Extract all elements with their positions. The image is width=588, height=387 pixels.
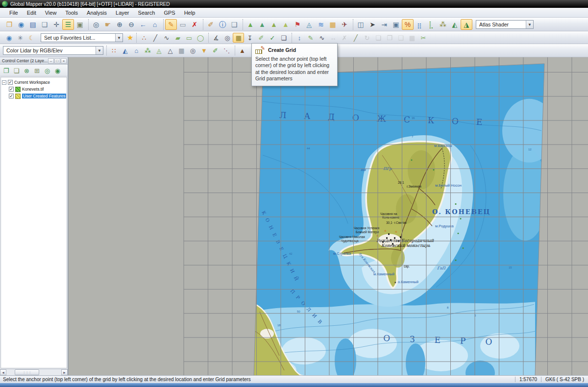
paint-terrain-icon[interactable]: ▲ [237, 46, 248, 55]
delete-selected-icon[interactable]: ✗ [189, 19, 200, 30]
crop-feature-icon[interactable]: ▦ [406, 33, 417, 43]
digitizer-tool-icon[interactable]: ✎ [165, 19, 177, 30]
lidar-create-mesh-icon[interactable]: ◬ [153, 46, 165, 55]
close-overlay-icon[interactable]: ⊗ [22, 66, 32, 75]
paste-feature-icon[interactable]: ❐ [384, 33, 395, 43]
verify-feature-icon[interactable]: ✓ [267, 33, 278, 43]
paint-area-icon[interactable]: ✐ [255, 33, 267, 43]
edit-vertices-icon[interactable]: ✎ [305, 33, 316, 43]
lidar-vegetation-classify-icon[interactable]: ⁂ [142, 46, 153, 55]
map-workspace[interactable]: +++ ЛАДОЖСКОЕОЗЕРОО. КОНЕВЕЦм.Варгасым.Б… [69, 57, 588, 375]
zoom-in-icon[interactable]: ⊕ [114, 19, 125, 30]
lidar-draw-percent-icon[interactable]: % [402, 19, 414, 30]
layer-checkbox[interactable]: ✓ [9, 87, 14, 92]
create-rectangle-icon[interactable]: ▭ [183, 33, 195, 43]
water-level-rise-icon[interactable]: ≋ [315, 19, 327, 30]
menu-item[interactable]: Edit [23, 9, 41, 17]
lidar-filter-funnel-icon[interactable]: ▼ [198, 46, 210, 55]
scrollbar-track[interactable]: ⋮⋮⋮ [6, 369, 61, 375]
panel-minimize-button[interactable]: – [48, 58, 54, 64]
search-attributes-icon[interactable]: ❑ [228, 19, 240, 30]
3d-view-icon[interactable]: ▣ [390, 19, 402, 30]
vertex-tool-icon[interactable]: ↧ [244, 33, 255, 43]
rotate-feature-icon[interactable]: ↻ [361, 33, 372, 43]
view-shed-icon[interactable]: ⇥ [378, 19, 390, 30]
create-circle-icon[interactable]: ◯ [195, 33, 206, 43]
fly-through-icon[interactable]: ✈ [339, 19, 350, 30]
create-range-rings-icon[interactable]: ◎ [221, 33, 233, 43]
panel-horizontal-scrollbar[interactable]: ◄ ⋮⋮⋮ ► [0, 369, 68, 375]
configuration-icon[interactable]: ✛ [50, 19, 62, 30]
attach-feature-icon[interactable]: ✂ [417, 33, 429, 43]
favorites-star-icon[interactable]: ★ [127, 33, 133, 42]
combo-dropdown-arrow-icon[interactable]: ▼ [526, 21, 533, 28]
snap-line-icon[interactable]: ╱ [350, 33, 361, 43]
full-view-icon[interactable]: ⌂ [149, 19, 161, 30]
tree-item-workspace-root[interactable]: − ✓ Current Workspace [2, 79, 67, 86]
atlas-shader-combo[interactable]: Atlas Shader ▼ [476, 20, 534, 29]
slope-shader-icon[interactable]: ▲ [256, 19, 268, 30]
create-line-icon[interactable]: ╱ [149, 33, 161, 43]
create-area-icon[interactable]: ▰ [172, 33, 183, 43]
edit-feature-icon[interactable]: ❏ [278, 33, 289, 43]
lidar-filter-icon[interactable]: ⣇ [425, 19, 437, 30]
tree-expander-icon[interactable]: − [2, 80, 6, 85]
atlas-shader-toggle-icon[interactable]: ◮ [461, 19, 472, 30]
terrain-shader-icon[interactable]: ◭ [449, 19, 461, 30]
menu-item[interactable]: GPS [159, 9, 179, 17]
options-gear-icon[interactable]: ✳ [15, 33, 26, 43]
path-profile-icon[interactable]: ➤ [367, 19, 378, 30]
zoom-out-icon[interactable]: ⊖ [125, 19, 137, 30]
menu-item[interactable]: Layer [111, 9, 134, 17]
lidar-color-points-icon[interactable]: ∷ [108, 46, 120, 55]
shift-feature-icon[interactable]: ↔ [327, 33, 339, 43]
favorites-combo[interactable]: Set up Favorites List... ▼ [41, 33, 123, 42]
lidar-display-mode-icon[interactable]: ⣶ [414, 19, 425, 30]
lidar-grid-icon[interactable]: ▦ [176, 46, 187, 55]
tree-item-konevets-layer[interactable]: ✓ Konevets.tif [2, 86, 67, 93]
scroll-left-arrow-icon[interactable]: ◄ [0, 369, 6, 375]
combo-dropdown-arrow-icon[interactable]: ▼ [96, 47, 103, 54]
open-file-icon[interactable]: ❐ [3, 19, 15, 30]
workspace-checkbox[interactable]: ✓ [8, 80, 13, 85]
add-layer-icon[interactable]: ⊞ [32, 66, 42, 75]
flag-terrain-icon[interactable]: ⚑ [292, 19, 303, 30]
slope-direction-icon[interactable]: ▲ [268, 19, 280, 30]
copy-feature-icon[interactable]: ❏ [372, 33, 384, 43]
control-center-titlebar[interactable]: Control Center (2 Laye... – □ × [0, 57, 68, 65]
reshape-feature-icon[interactable]: ∿ [316, 33, 327, 43]
lidar-classify-tools-icon[interactable]: ⁂ [437, 19, 449, 30]
lidar-ground-classify-icon[interactable]: ◭ [120, 46, 131, 55]
elevation-shader-icon[interactable]: ▲ [245, 19, 256, 30]
lidar-path-icon[interactable]: ⋱ [221, 46, 232, 55]
create-grid-icon[interactable]: ▦ [233, 33, 244, 43]
layer-visibility-icon[interactable]: ◉ [52, 66, 63, 75]
raster-calculator-icon[interactable]: ▦ [327, 19, 339, 30]
create-curve-icon[interactable]: ∿ [161, 33, 172, 43]
load-web-data-icon[interactable]: ◉ [3, 33, 15, 43]
previous-view-icon[interactable]: ← [137, 19, 149, 30]
zoom-to-layer-icon[interactable]: ◎ [42, 66, 52, 75]
open-data-files-icon[interactable]: ❐ [1, 66, 11, 75]
layer-options-icon[interactable]: ❏ [11, 66, 22, 75]
menu-item[interactable]: Tools [61, 9, 82, 17]
lidar-color-combo[interactable]: Color Lidar by RGB/Elev ▼ [3, 46, 103, 55]
overview-map-icon[interactable]: ▣ [74, 19, 86, 30]
feature-info-icon[interactable]: ⓘ [217, 19, 228, 30]
menu-item[interactable]: File [5, 9, 23, 17]
delete-vertex-icon[interactable]: ✗ [339, 33, 350, 43]
duplicate-feature-icon[interactable]: ❑ [395, 33, 406, 43]
zoom-box-icon[interactable]: ◎ [90, 19, 102, 30]
measure-tool-icon[interactable]: ✐ [205, 19, 217, 30]
tree-item-user-features-layer[interactable]: ✓ User Created Features [2, 93, 67, 99]
split-view-icon[interactable]: ◫ [355, 19, 367, 30]
scrollbar-thumb[interactable]: ⋮⋮⋮ [15, 369, 39, 375]
select-features-icon[interactable]: ▭ [177, 19, 189, 30]
lidar-triangulate-icon[interactable]: △ [165, 46, 176, 55]
lidar-extract-icon[interactable]: ✐ [210, 46, 221, 55]
map-canvas[interactable]: +++ ЛАДОЖСКОЕОЗЕРОО. КОНЕВЕЦм.Варгасым.Б… [69, 57, 588, 375]
create-text-icon[interactable]: ∡ [210, 33, 221, 43]
control-center-icon[interactable]: ☰ [62, 19, 74, 30]
download-online-data-icon[interactable]: ◉ [15, 19, 27, 30]
contour-generation-icon[interactable]: ▲ [280, 19, 292, 30]
